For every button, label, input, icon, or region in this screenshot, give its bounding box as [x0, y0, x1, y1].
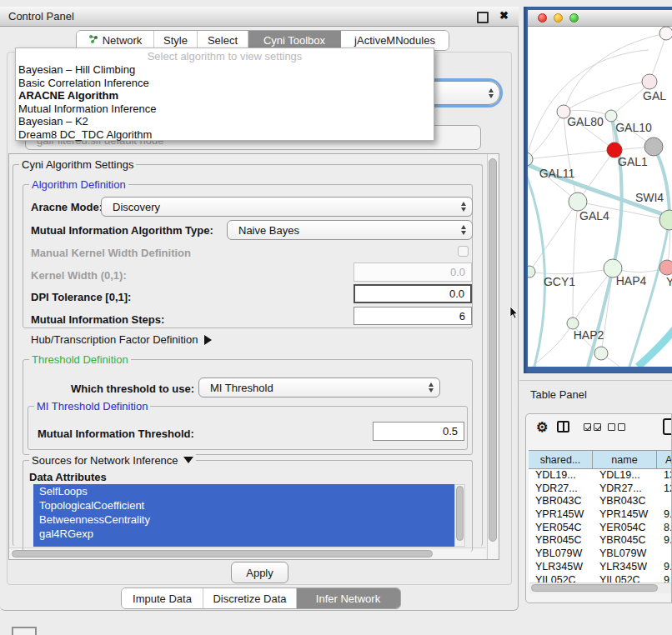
sources-title[interactable]: Sources for Network Inference	[29, 454, 196, 467]
table-cell[interactable]: YLR345W	[593, 561, 657, 574]
close-icon[interactable]: ✖	[499, 9, 509, 22]
which-threshold-combobox[interactable]: MI Threshold	[198, 378, 440, 398]
attributes-vscrollbar-thumb[interactable]	[456, 486, 464, 541]
column-header-name[interactable]: name	[593, 451, 657, 468]
table-row[interactable]: YDR27...YDR27...12	[529, 482, 672, 496]
document-icon[interactable]	[663, 418, 672, 435]
algorithm-item[interactable]: Dream8 DC_TDC Algorithm	[16, 128, 434, 142]
table-cell[interactable]	[657, 548, 672, 561]
table-cell[interactable]: 13	[657, 469, 672, 482]
table-row[interactable]: YBL079WYBL079W	[529, 548, 672, 561]
network-edge[interactable]	[529, 268, 613, 274]
node-gray[interactable]	[644, 138, 663, 156]
attribute-item-partial[interactable]	[33, 541, 454, 547]
mi-steps-field[interactable]: 6	[354, 307, 472, 325]
table-cell[interactable]: YBR045C	[593, 534, 657, 548]
kernel-width-field[interactable]: 0.0	[354, 262, 472, 282]
network-edge[interactable]	[528, 50, 649, 172]
node-gcy1[interactable]	[528, 266, 535, 278]
table-cell[interactable]: YLR345W	[529, 561, 593, 574]
attribute-item[interactable]: TopologicalCoefficient	[33, 498, 454, 512]
tab-impute-data[interactable]: Impute Data	[122, 588, 203, 608]
table-cell[interactable]: YER054C	[593, 522, 657, 535]
table-cell[interactable]: YPR145W	[593, 508, 657, 522]
table-cell[interactable]: YDR27...	[593, 482, 657, 496]
tab-infer-network[interactable]: Infer Network	[297, 588, 400, 608]
table-cell[interactable]	[657, 495, 672, 508]
table-cell[interactable]: 12	[657, 482, 672, 496]
apply-button[interactable]: Apply	[231, 562, 288, 583]
table-cell[interactable]: YBL079W	[593, 548, 657, 561]
network-edge[interactable]	[528, 150, 614, 159]
hub-definition-expander[interactable]: Hub/Transcription Factor Definition	[31, 333, 212, 346]
float-window-icon[interactable]	[477, 12, 489, 23]
table-cell[interactable]: YDL19...	[593, 469, 657, 482]
node-gal4[interactable]	[569, 192, 587, 211]
control-panel-titlebar[interactable]: Control Panel ✖	[0, 7, 519, 27]
unchecked-checkbox-icon[interactable]	[618, 423, 625, 431]
checked-checkbox-icon[interactable]	[594, 423, 601, 431]
network-edge[interactable]	[573, 202, 578, 323]
gear-icon[interactable]: ⚙	[536, 419, 548, 435]
network-window-titlebar[interactable]	[528, 10, 672, 27]
node-hap2[interactable]	[567, 318, 579, 329]
table-cell[interactable]: 9.	[657, 561, 672, 574]
data-attributes-list[interactable]: SelfLoopsTopologicalCoefficientBetweenne…	[33, 484, 454, 547]
algorithm-item[interactable]: Bayesian – Hill Climbing	[16, 63, 434, 77]
algorithm-item[interactable]: Basic Correlation Inference	[16, 77, 434, 90]
network-edge[interactable]	[611, 116, 622, 268]
table-body[interactable]: YDL19...YDL19...13YDR27...YDR27...12YBR0…	[529, 469, 672, 583]
table-cell[interactable]: 9.	[657, 534, 672, 548]
node-gal-pink[interactable]	[642, 74, 657, 89]
table-cell[interactable]: 9.	[657, 508, 672, 522]
mi-threshold-field[interactable]: 0.5	[373, 422, 464, 441]
mac-zoom-button[interactable]	[569, 13, 579, 22]
mi-algorithm-type-combobox[interactable]: Naive Bayes	[227, 220, 473, 240]
table-cell[interactable]: YBR043C	[529, 495, 593, 508]
table-hscrollbar-thumb[interactable]	[531, 584, 658, 592]
unchecked-checkbox-icon[interactable]	[608, 423, 615, 431]
column-header-partial[interactable]: A	[657, 451, 672, 468]
table-row[interactable]: YBR045CYBR045C9.	[529, 534, 672, 548]
mac-minimize-button[interactable]	[554, 13, 563, 22]
mac-close-button[interactable]	[538, 13, 547, 22]
attribute-item[interactable]: SelfLoops	[33, 484, 454, 498]
node-salmon[interactable]	[659, 260, 672, 275]
attribute-item[interactable]: BetweennessCentrality	[33, 512, 454, 527]
table-row[interactable]: YBR043CYBR043C	[529, 495, 672, 508]
column-header-shared-name[interactable]: shared...	[529, 451, 593, 468]
dpi-tolerance-field[interactable]: 0.0	[354, 284, 472, 303]
node-bottom-partial[interactable]	[594, 347, 608, 360]
table-row[interactable]: YLR345WYLR345W9.	[529, 561, 672, 574]
table-row[interactable]: YDL19...YDL19...13	[529, 469, 672, 482]
node-gal10[interactable]	[605, 110, 617, 122]
algorithm-item[interactable]: Bayesian – K2	[16, 115, 434, 128]
network-edge[interactable]	[638, 325, 672, 367]
table-cell[interactable]: YBL079W	[529, 548, 593, 561]
network-edge[interactable]	[564, 82, 649, 112]
network-edge[interactable]	[528, 162, 545, 367]
table-cell[interactable]: YBR043C	[593, 495, 657, 508]
table-cell[interactable]: 8.	[657, 522, 672, 535]
table-cell[interactable]: YDL19...	[529, 469, 593, 482]
table-cell[interactable]: YPR145W	[529, 508, 593, 522]
table-cell[interactable]: YER054C	[529, 522, 593, 535]
network-edge[interactable]	[528, 112, 564, 159]
bottom-left-partial-icon[interactable]	[12, 627, 37, 635]
table-row[interactable]: YPR145WYPR145W9.	[529, 508, 672, 522]
settings-vscrollbar-thumb[interactable]	[489, 158, 497, 542]
table-cell[interactable]: YBR045C	[529, 534, 593, 548]
aracne-mode-combobox[interactable]: Discovery	[101, 197, 473, 217]
node-top-partial[interactable]	[659, 27, 672, 40]
attribute-item[interactable]: gal4RGexp	[33, 527, 454, 541]
columns-icon[interactable]	[557, 421, 569, 432]
network-edge[interactable]	[654, 147, 669, 220]
algorithm-item[interactable]: ARACNE Algorithm	[16, 89, 434, 102]
algorithm-item[interactable]: Mutual Information Inference	[16, 102, 434, 116]
tab-discretize-data[interactable]: Discretize Data	[203, 588, 297, 608]
table-cell[interactable]: YDR27...	[529, 482, 593, 496]
checked-checkbox-icon[interactable]	[584, 423, 591, 431]
network-canvas[interactable]: GALGAL80GAL10GAL1GAL11GAL4SWI4GCY1HAP4YH…	[528, 27, 672, 367]
table-row[interactable]: YER054CYER054C8.	[529, 522, 672, 535]
manual-kernel-width-checkbox[interactable]	[458, 246, 469, 257]
